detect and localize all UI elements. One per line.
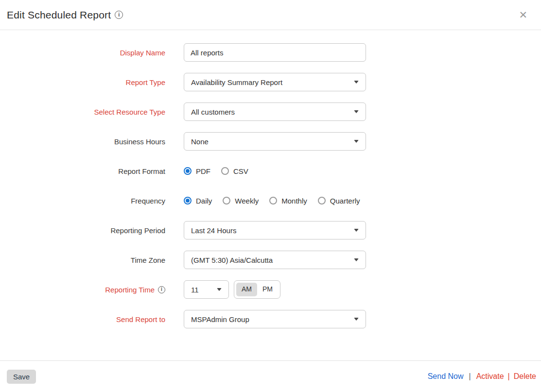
frequency-label: Frequency xyxy=(0,197,165,205)
chevron-down-icon xyxy=(354,318,359,321)
time-zone-value: (GMT 5:30) Asia/Calcutta xyxy=(191,256,273,264)
time-zone-row: Time Zone (GMT 5:30) Asia/Calcutta xyxy=(0,251,541,269)
close-icon[interactable]: ✕ xyxy=(517,9,529,21)
edit-scheduled-report-form: Display Name Report Type Availability Su… xyxy=(0,30,541,328)
business-hours-value: None xyxy=(191,137,209,146)
activate-link[interactable]: Activate xyxy=(476,372,504,381)
report-format-radio-group: PDF CSV xyxy=(184,167,259,175)
radio-daily[interactable]: Daily xyxy=(184,197,212,205)
radio-csv-label: CSV xyxy=(233,167,248,175)
reporting-hour-value: 11 xyxy=(191,286,199,294)
chevron-down-icon xyxy=(354,110,359,113)
frequency-radio-group: Daily Weekly Monthly Quarterly xyxy=(184,197,370,205)
radio-monthly[interactable]: Monthly xyxy=(269,197,307,205)
report-format-row: Report Format PDF CSV xyxy=(0,162,541,180)
meridiem-pm-button[interactable]: PM xyxy=(257,283,278,296)
reporting-period-row: Reporting Period Last 24 Hours xyxy=(0,221,541,239)
report-format-label: Report Format xyxy=(0,167,165,175)
resource-type-label: Select Resource Type xyxy=(0,108,165,116)
resource-type-row: Select Resource Type All customers xyxy=(0,102,541,121)
business-hours-dropdown[interactable]: None xyxy=(184,132,366,151)
business-hours-row: Business Hours None xyxy=(0,132,541,151)
meridiem-am-button[interactable]: AM xyxy=(236,283,257,296)
radio-monthly-label: Monthly xyxy=(281,197,307,205)
chevron-down-icon xyxy=(217,288,222,291)
radio-unselected-icon xyxy=(223,197,230,205)
report-type-value: Availability Summary Report xyxy=(191,78,282,86)
chevron-down-icon xyxy=(354,81,359,84)
resource-type-dropdown[interactable]: All customers xyxy=(184,102,366,121)
info-icon[interactable]: i xyxy=(115,11,123,19)
radio-daily-label: Daily xyxy=(196,197,212,205)
radio-weekly[interactable]: Weekly xyxy=(223,197,259,205)
report-type-row: Report Type Availability Summary Report xyxy=(0,73,541,91)
footer-links: Send Now | Activate | Delete xyxy=(428,372,536,381)
display-name-row: Display Name xyxy=(0,43,541,62)
resource-type-value: All customers xyxy=(191,108,235,116)
radio-selected-icon xyxy=(184,197,192,205)
save-button[interactable]: Save xyxy=(7,370,36,384)
modal-header: Edit Scheduled Report i ✕ xyxy=(0,0,541,30)
meridiem-toggle: AM PM xyxy=(234,280,280,299)
reporting-time-row: Reporting Time i 11 AM PM xyxy=(0,280,541,299)
send-report-to-value: MSPAdmin Group xyxy=(191,315,249,324)
business-hours-label: Business Hours xyxy=(0,137,165,146)
radio-unselected-icon xyxy=(269,197,277,205)
delete-link[interactable]: Delete xyxy=(514,372,536,381)
modal-footer: Save Send Now | Activate | Delete xyxy=(0,360,541,392)
chevron-down-icon xyxy=(354,140,359,143)
display-name-input[interactable] xyxy=(184,43,366,62)
separator: | xyxy=(469,372,471,381)
send-report-to-label: Send Report to xyxy=(0,315,165,324)
reporting-time-label: Reporting Time i xyxy=(0,286,165,294)
radio-csv[interactable]: CSV xyxy=(221,167,248,175)
radio-weekly-label: Weekly xyxy=(235,197,259,205)
send-report-to-dropdown[interactable]: MSPAdmin Group xyxy=(184,310,366,328)
report-type-label: Report Type xyxy=(0,78,165,86)
radio-unselected-icon xyxy=(318,197,326,205)
send-now-link[interactable]: Send Now xyxy=(428,372,464,381)
radio-pdf-label: PDF xyxy=(196,167,210,175)
radio-pdf[interactable]: PDF xyxy=(184,167,210,175)
radio-quarterly[interactable]: Quarterly xyxy=(318,197,360,205)
display-name-label: Display Name xyxy=(0,49,165,57)
info-icon[interactable]: i xyxy=(158,286,165,293)
reporting-hour-dropdown[interactable]: 11 xyxy=(184,280,229,299)
reporting-period-value: Last 24 Hours xyxy=(191,226,236,235)
report-type-dropdown[interactable]: Availability Summary Report xyxy=(184,73,366,91)
time-zone-label: Time Zone xyxy=(0,256,165,264)
frequency-row: Frequency Daily Weekly Monthly Quarterly xyxy=(0,191,541,210)
radio-selected-icon xyxy=(184,167,192,175)
reporting-period-label: Reporting Period xyxy=(0,226,165,235)
page-title: Edit Scheduled Report xyxy=(7,9,111,21)
radio-quarterly-label: Quarterly xyxy=(330,197,360,205)
chevron-down-icon xyxy=(354,258,359,261)
time-zone-dropdown[interactable]: (GMT 5:30) Asia/Calcutta xyxy=(184,251,366,269)
reporting-period-dropdown[interactable]: Last 24 Hours xyxy=(184,221,366,239)
separator: | xyxy=(508,372,510,381)
radio-unselected-icon xyxy=(221,167,229,175)
send-report-to-row: Send Report to MSPAdmin Group xyxy=(0,310,541,328)
chevron-down-icon xyxy=(354,229,359,232)
